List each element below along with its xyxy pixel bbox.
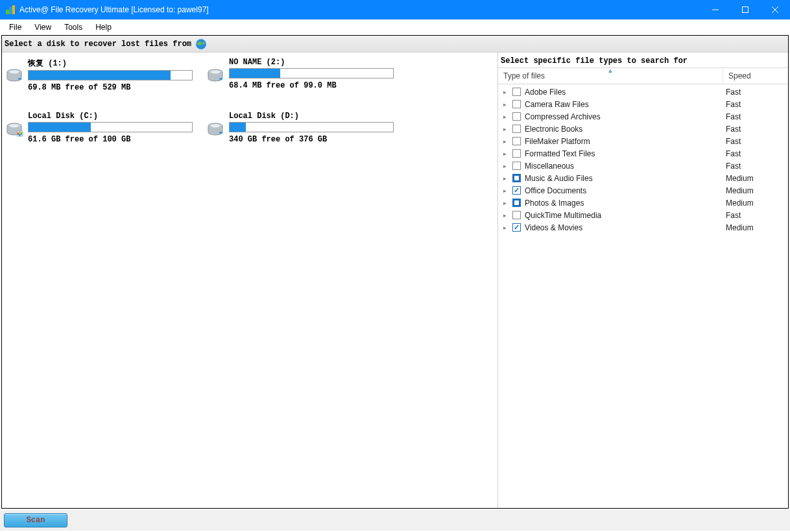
file-type-row[interactable]: ▸FileMaker PlatformFast <box>498 135 788 147</box>
usage-bar <box>229 68 394 79</box>
svg-rect-14 <box>19 132 21 134</box>
svg-rect-7 <box>18 78 21 80</box>
file-type-checkbox[interactable] <box>512 149 521 158</box>
disk-list: 恢复 (1:) 69.8 MB free of 529 MB NO NAME (… <box>2 53 497 508</box>
file-types-header-text: Select specific file types to search for <box>501 56 688 66</box>
file-type-row[interactable]: ▸Camera Raw FilesFast <box>498 98 788 110</box>
column-type[interactable]: Type of files ▲ <box>498 68 723 84</box>
svg-point-9 <box>211 71 220 74</box>
file-type-row[interactable]: ▸Videos & MoviesMedium <box>498 221 788 234</box>
menubar: File View Tools Help <box>0 19 790 35</box>
file-type-speed: Medium <box>726 174 784 183</box>
file-type-label: Music & Audio Files <box>525 174 726 183</box>
file-type-speed: Fast <box>726 137 784 146</box>
disk-free-text: 340 GB free of 376 GB <box>229 135 394 144</box>
column-type-label: Type of files <box>503 71 545 80</box>
sort-asc-icon: ▲ <box>608 67 614 74</box>
usage-bar <box>229 122 394 132</box>
file-type-checkbox[interactable] <box>512 223 521 232</box>
file-type-speed: Fast <box>726 149 784 158</box>
expand-icon[interactable]: ▸ <box>503 175 512 182</box>
file-types-list: ▸Adobe FilesFast▸Camera Raw FilesFast▸Co… <box>498 84 788 508</box>
svg-rect-10 <box>219 78 222 80</box>
file-type-speed: Medium <box>726 186 784 195</box>
file-type-checkbox[interactable] <box>512 199 521 207</box>
column-speed-label: Speed <box>728 71 751 80</box>
file-type-checkbox[interactable] <box>512 186 521 195</box>
disk-free-text: 69.8 MB free of 529 MB <box>28 83 193 92</box>
disk-item[interactable]: Local Disk (D:) 340 GB free of 376 GB <box>206 112 394 144</box>
file-type-speed: Fast <box>726 100 784 109</box>
disk-free-text: 61.6 GB free of 100 GB <box>28 135 193 144</box>
expand-icon[interactable]: ▸ <box>503 163 512 169</box>
expand-icon[interactable]: ▸ <box>503 200 512 206</box>
file-type-row[interactable]: ▸QuickTime MultimediaFast <box>498 209 788 221</box>
file-type-label: Electronic Books <box>525 125 726 134</box>
file-type-label: Miscellaneous <box>525 162 726 171</box>
content-frame: Select a disk to recover lost files from <box>1 35 789 509</box>
drive-icon <box>5 112 24 144</box>
file-type-speed: Fast <box>726 88 784 97</box>
file-type-label: Photos & Images <box>525 199 726 208</box>
file-type-speed: Medium <box>726 199 784 208</box>
file-type-checkbox[interactable] <box>512 162 521 170</box>
file-type-speed: Fast <box>726 162 784 171</box>
expand-icon[interactable]: ▸ <box>503 187 512 194</box>
file-type-row[interactable]: ▸Electronic BooksFast <box>498 123 788 135</box>
expand-icon[interactable]: ▸ <box>503 151 512 157</box>
file-type-row[interactable]: ▸Photos & ImagesMedium <box>498 197 788 209</box>
file-type-label: Camera Raw Files <box>525 100 726 109</box>
close-button[interactable] <box>760 0 790 19</box>
file-type-row[interactable]: ▸Compressed ArchivesFast <box>498 110 788 123</box>
disk-item[interactable]: 恢复 (1:) 69.8 MB free of 529 MB <box>5 58 193 92</box>
file-type-checkbox[interactable] <box>512 112 521 121</box>
maximize-button[interactable] <box>730 0 760 19</box>
svg-rect-3 <box>743 7 748 13</box>
file-types-header: Select specific file types to search for <box>498 53 788 68</box>
drive-icon <box>206 112 225 144</box>
file-type-label: Videos & Movies <box>525 223 726 232</box>
file-type-checkbox[interactable] <box>512 125 521 133</box>
file-type-label: Compressed Archives <box>525 112 726 121</box>
drive-icon <box>206 58 225 92</box>
file-type-row[interactable]: ▸MiscellaneousFast <box>498 160 788 172</box>
svg-point-6 <box>10 71 19 74</box>
globe-icon <box>195 38 207 50</box>
svg-rect-15 <box>19 134 21 136</box>
expand-icon[interactable]: ▸ <box>503 224 512 231</box>
file-type-checkbox[interactable] <box>512 174 521 182</box>
file-type-label: Office Documents <box>525 186 726 195</box>
expand-icon[interactable]: ▸ <box>503 138 512 145</box>
headline-bar: Select a disk to recover lost files from <box>2 36 788 53</box>
file-types-columns: Type of files ▲ Speed <box>498 68 788 84</box>
svg-point-12 <box>10 125 19 128</box>
disk-item[interactable]: NO NAME (2:) 68.4 MB free of 99.0 MB <box>206 58 394 92</box>
menu-help[interactable]: Help <box>89 21 118 34</box>
expand-icon[interactable]: ▸ <box>503 114 512 120</box>
file-type-row[interactable]: ▸Office DocumentsMedium <box>498 184 788 197</box>
file-type-label: FileMaker Platform <box>525 137 726 146</box>
file-type-label: Adobe Files <box>525 88 726 97</box>
file-type-checkbox[interactable] <box>512 88 521 96</box>
menu-file[interactable]: File <box>3 21 28 34</box>
file-type-row[interactable]: ▸Formatted Text FilesFast <box>498 147 788 160</box>
menu-view[interactable]: View <box>28 21 58 34</box>
disk-item[interactable]: Local Disk (C:) 61.6 GB free of 100 GB <box>5 112 193 144</box>
file-type-checkbox[interactable] <box>512 137 521 145</box>
file-type-row[interactable]: ▸Music & Audio FilesMedium <box>498 172 788 184</box>
file-type-label: Formatted Text Files <box>525 149 726 158</box>
svg-rect-2 <box>12 5 15 14</box>
expand-icon[interactable]: ▸ <box>503 212 512 219</box>
file-type-row[interactable]: ▸Adobe FilesFast <box>498 86 788 98</box>
file-type-checkbox[interactable] <box>512 100 521 108</box>
expand-icon[interactable]: ▸ <box>503 89 512 95</box>
expand-icon[interactable]: ▸ <box>503 126 512 132</box>
scan-button[interactable]: Scan <box>4 513 67 527</box>
menu-tools[interactable]: Tools <box>58 21 89 34</box>
column-speed[interactable]: Speed <box>723 68 788 84</box>
headline-text: Select a disk to recover lost files from <box>5 40 191 49</box>
svg-rect-18 <box>219 132 222 134</box>
minimize-button[interactable] <box>700 0 730 19</box>
expand-icon[interactable]: ▸ <box>503 101 512 108</box>
file-type-checkbox[interactable] <box>512 211 521 219</box>
